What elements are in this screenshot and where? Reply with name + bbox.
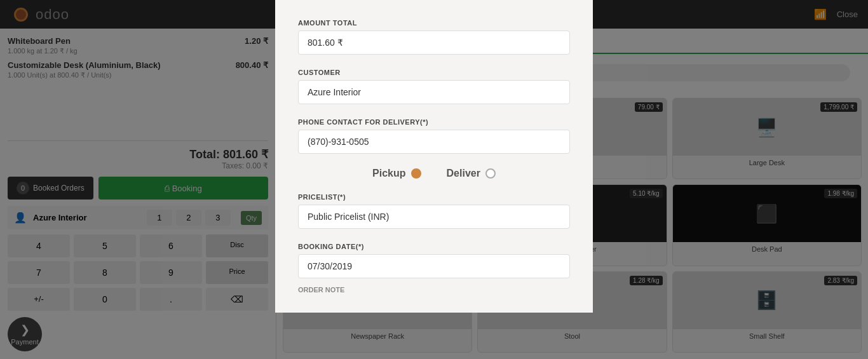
pickup-radio[interactable] xyxy=(411,168,421,179)
amount-total-field: AMOUNT TOTAL xyxy=(298,19,570,55)
pricelist-field: PRICELIST(*) xyxy=(298,193,570,229)
pickup-deliver-row: Pickup Deliver xyxy=(298,168,570,179)
customer-field: CUSTOMER xyxy=(298,69,570,104)
amount-total-input[interactable] xyxy=(298,30,570,55)
customer-input[interactable] xyxy=(298,80,570,104)
pickup-option[interactable]: Pickup xyxy=(372,168,421,179)
booking-date-input[interactable] xyxy=(298,254,570,278)
modal-overlay: AMOUNT TOTAL CUSTOMER PHONE CONTACT FOR … xyxy=(0,0,868,359)
deliver-radio[interactable] xyxy=(485,168,496,179)
customer-label: CUSTOMER xyxy=(298,69,570,76)
pickup-label: Pickup xyxy=(372,168,405,179)
deliver-option[interactable]: Deliver xyxy=(447,168,496,179)
booking-date-label: BOOKING DATE(*) xyxy=(298,243,570,250)
pricelist-input[interactable] xyxy=(298,205,570,229)
phone-field: PHONE CONTACT FOR DELIVERY(*) xyxy=(298,118,570,154)
phone-label: PHONE CONTACT FOR DELIVERY(*) xyxy=(298,118,570,126)
amount-total-label: AMOUNT TOTAL xyxy=(298,19,570,27)
booking-date-field: BOOKING DATE(*) xyxy=(298,243,570,278)
order-note-label: ORDER NOTE xyxy=(298,286,570,294)
booking-modal: AMOUNT TOTAL CUSTOMER PHONE CONTACT FOR … xyxy=(275,0,593,313)
phone-input[interactable] xyxy=(298,130,570,154)
deliver-label: Deliver xyxy=(447,168,480,179)
pricelist-label: PRICELIST(*) xyxy=(298,193,570,201)
